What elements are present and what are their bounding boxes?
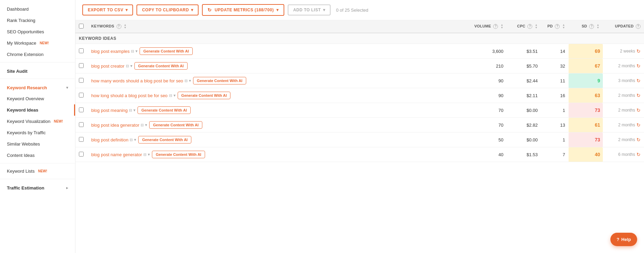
sidebar-item-rank-tracking[interactable]: Rank Tracking bbox=[0, 15, 75, 26]
refresh-icon-4[interactable]: ↻ bbox=[636, 107, 641, 113]
sd-cell-1: 67 bbox=[569, 59, 603, 73]
keyword-link-2[interactable]: how many words should a blog post be for… bbox=[91, 78, 183, 83]
select-all-checkbox[interactable] bbox=[79, 24, 84, 28]
keyword-link-0[interactable]: blog post examples bbox=[91, 49, 130, 54]
chevron-down-icon-7[interactable]: ▾ bbox=[148, 152, 150, 157]
chevron-down-icon-1[interactable]: ▾ bbox=[130, 64, 132, 68]
refresh-icon-2[interactable]: ↻ bbox=[636, 78, 641, 83]
filter-icon-4[interactable]: ⊟ bbox=[129, 108, 132, 113]
filter-icon-6[interactable]: ⊟ bbox=[130, 138, 133, 142]
filter-icon-1[interactable]: ⊟ bbox=[126, 64, 129, 68]
help-icon: ? bbox=[617, 237, 619, 242]
keyword-link-4[interactable]: blog post meaning bbox=[91, 108, 128, 113]
sd-cell-2: 9 bbox=[569, 73, 603, 88]
refresh-icon-5[interactable]: ↻ bbox=[636, 122, 641, 128]
chevron-right-icon: ▸ bbox=[66, 186, 68, 190]
filter-icon-2[interactable]: ⊟ bbox=[184, 79, 188, 83]
update-metrics-button[interactable]: ↻ UPDATE METRICS (188/700) ▾ bbox=[202, 4, 284, 16]
table-row: blog post meaning ⊟ ▾ Generate Content W… bbox=[75, 103, 644, 118]
sort-arrows-volume[interactable]: ▲▼ bbox=[501, 24, 503, 29]
row-checkbox-6[interactable] bbox=[79, 137, 84, 142]
sidebar-item-chrome-extension[interactable]: Chrome Extension bbox=[0, 49, 75, 60]
chevron-down-icon-4[interactable]: ▾ bbox=[133, 108, 135, 113]
cpc-cell-7: $1.53 bbox=[507, 147, 541, 162]
updated-cell-0: 2 weeks↻ bbox=[603, 44, 644, 59]
sidebar-section-traffic-estimation[interactable]: Traffic Estimation ▸ bbox=[0, 181, 75, 193]
row-checkbox-0[interactable] bbox=[79, 48, 84, 53]
sort-arrows-sd[interactable]: ▲▼ bbox=[597, 24, 599, 29]
chevron-down-icon-3[interactable]: ▾ bbox=[174, 93, 176, 98]
export-csv-button[interactable]: EXPORT TO CSV ▾ bbox=[82, 4, 133, 15]
pd-cell-7: 7 bbox=[541, 147, 569, 162]
volume-cell-7: 40 bbox=[469, 147, 507, 162]
filter-icon-7[interactable]: ⊟ bbox=[143, 152, 146, 157]
chevron-down-icon: ▾ bbox=[126, 8, 128, 12]
row-checkbox-7[interactable] bbox=[79, 152, 84, 157]
generate-content-btn-4[interactable]: Generate Content With AI bbox=[138, 106, 191, 114]
generate-content-btn-1[interactable]: Generate Content With AI bbox=[134, 62, 188, 70]
refresh-icon-3[interactable]: ↻ bbox=[636, 93, 641, 98]
header-pd[interactable]: PD ? ▲▼ bbox=[541, 20, 569, 33]
sd-cell-5: 61 bbox=[569, 118, 603, 133]
pd-cell-4: 1 bbox=[541, 103, 569, 118]
sort-arrows-pd[interactable]: ▲▼ bbox=[562, 24, 565, 29]
header-updated[interactable]: UPDATED ? bbox=[603, 20, 644, 33]
header-keywords[interactable]: KEYWORDS ? ▲▼ bbox=[88, 20, 469, 33]
header-volume[interactable]: VOLUME ? ▲▼ bbox=[469, 20, 507, 33]
sidebar-item-keywords-by-traffic[interactable]: Keywords by Traffic bbox=[0, 127, 75, 138]
keyword-link-1[interactable]: blog post creator bbox=[91, 64, 124, 69]
pd-cell-3: 16 bbox=[541, 88, 569, 103]
filter-icon-3[interactable]: ⊟ bbox=[169, 93, 172, 98]
generate-content-btn-5[interactable]: Generate Content With AI bbox=[149, 121, 202, 129]
chevron-down-icon-6[interactable]: ▾ bbox=[134, 137, 136, 142]
refresh-icon-1[interactable]: ↻ bbox=[636, 63, 641, 69]
row-checkbox-5[interactable] bbox=[79, 122, 84, 127]
sidebar-item-content-ideas[interactable]: Content Ideas bbox=[0, 150, 75, 161]
refresh-icon-0[interactable]: ↻ bbox=[636, 48, 641, 54]
row-checkbox-1[interactable] bbox=[79, 63, 84, 68]
header-sd[interactable]: SD ? ▲▼ bbox=[569, 20, 603, 33]
volume-cell-1: 210 bbox=[469, 59, 507, 73]
generate-content-btn-3[interactable]: Generate Content With AI bbox=[178, 92, 231, 99]
sidebar-section-keyword-research[interactable]: Keyword Research ▾ bbox=[0, 81, 75, 93]
keyword-link-6[interactable]: blog post definition bbox=[91, 137, 128, 142]
sidebar-item-keyword-visualization[interactable]: Keyword VisualizationNEW! bbox=[0, 116, 75, 127]
chevron-down-icon: ▾ bbox=[276, 8, 279, 12]
filter-icon-5[interactable]: ⊟ bbox=[141, 123, 144, 127]
sort-arrows-cpc[interactable]: ▲▼ bbox=[535, 24, 538, 29]
sidebar-item-similar-websites[interactable]: Similar Websites bbox=[0, 138, 75, 150]
generate-content-btn-6[interactable]: Generate Content With AI bbox=[138, 136, 191, 143]
sidebar-item-keyword-lists[interactable]: Keyword ListsNEW! bbox=[0, 165, 75, 177]
sort-arrows-keywords[interactable]: ▲▼ bbox=[124, 24, 127, 29]
chevron-down-icon-2[interactable]: ▾ bbox=[189, 78, 191, 83]
new-badge-visualization: NEW! bbox=[54, 119, 63, 123]
table-row: blog post idea generator ⊟ ▾ Generate Co… bbox=[75, 118, 644, 133]
help-button[interactable]: ? Help bbox=[610, 233, 637, 246]
copy-clipboard-button[interactable]: COPY TO CLIPBOARD ▾ bbox=[136, 4, 199, 15]
updated-cell-1: 2 months↻ bbox=[603, 59, 644, 73]
sidebar-item-keyword-ideas[interactable]: Keyword Ideas bbox=[0, 104, 75, 116]
row-checkbox-2[interactable] bbox=[79, 78, 84, 83]
add-to-list-button[interactable]: ADD TO LIST ▾ bbox=[288, 4, 331, 15]
refresh-icon-6[interactable]: ↻ bbox=[636, 137, 641, 142]
chevron-down-icon-5[interactable]: ▾ bbox=[145, 123, 147, 127]
toolbar: EXPORT TO CSV ▾ COPY TO CLIPBOARD ▾ ↻ UP… bbox=[75, 0, 644, 20]
generate-content-btn-2[interactable]: Generate Content With AI bbox=[193, 77, 246, 84]
keyword-link-5[interactable]: blog post idea generator bbox=[91, 123, 139, 128]
generate-content-btn-7[interactable]: Generate Content With AI bbox=[152, 151, 205, 158]
row-checkbox-3[interactable] bbox=[79, 93, 84, 97]
keyword-link-7[interactable]: blog post name generator bbox=[91, 152, 142, 157]
keyword-link-3[interactable]: how long should a blog post be for seo bbox=[91, 93, 168, 98]
sidebar-item-keyword-overview[interactable]: Keyword Overview bbox=[0, 93, 75, 104]
cpc-cell-1: $5.70 bbox=[507, 59, 541, 73]
row-checkbox-4[interactable] bbox=[79, 107, 84, 112]
refresh-icon: ↻ bbox=[207, 7, 212, 13]
refresh-icon-7[interactable]: ↻ bbox=[636, 152, 641, 157]
sidebar-item-seo-opportunities[interactable]: SEO Opportunities bbox=[0, 26, 75, 37]
sidebar-item-my-workspace[interactable]: My WorkspaceNEW! bbox=[0, 37, 75, 49]
header-cpc[interactable]: CPC ? ▲▼ bbox=[507, 20, 541, 33]
chevron-down-icon-0[interactable]: ▾ bbox=[135, 49, 138, 54]
filter-icon-0[interactable]: ⊟ bbox=[131, 49, 134, 54]
generate-content-btn-0[interactable]: Generate Content With AI bbox=[140, 47, 193, 55]
sidebar-item-dashboard[interactable]: Dashboard bbox=[0, 3, 75, 15]
